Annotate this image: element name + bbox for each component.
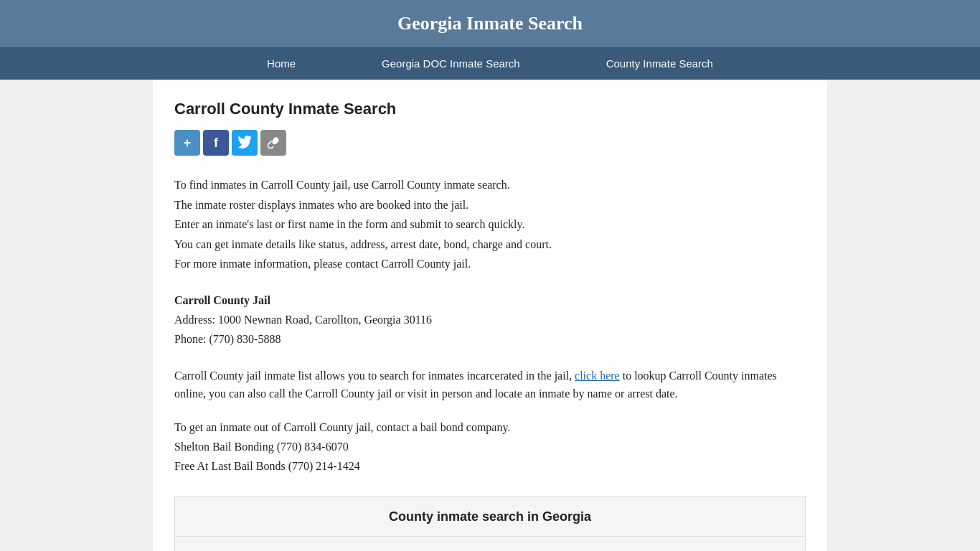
bail-company-1: Shelton Bail Bonding (770) 834-6070 (174, 437, 806, 456)
jail-phone: Phone: (770) 830-5888 (174, 329, 806, 349)
desc-line-3: Enter an inmate's last or first name in … (174, 215, 806, 234)
share-facebook-button[interactable]: f (203, 130, 229, 156)
desc-line-5: For more inmate information, please cont… (174, 255, 806, 273)
nav-doc-search[interactable]: Georgia DOC Inmate Search (339, 47, 563, 80)
desc-line-1: To find inmates in Carroll County jail, … (174, 176, 806, 194)
county-grid: AtkinsonBanksBarrowBartowBen HillBerrien… (175, 547, 805, 551)
jail-address: Address: 1000 Newnan Road, Carollton, Ge… (174, 310, 806, 329)
site-header: Georgia Inmate Search (0, 0, 980, 47)
county-divider (175, 536, 805, 537)
bail-intro: To get an inmate out of Carroll County j… (174, 418, 806, 437)
lookup-before: Carroll County jail inmate list allows y… (174, 369, 572, 382)
main-nav: Home Georgia DOC Inmate Search County In… (0, 47, 980, 80)
bail-company-2: Free At Last Bail Bonds (770) 214-1424 (174, 456, 806, 476)
desc-line-4: You can get inmate details like status, … (174, 235, 806, 254)
lookup-text: Carroll County jail inmate list allows y… (174, 367, 806, 403)
county-section: County inmate search in Georgia Atkinson… (174, 496, 806, 551)
share-buttons: + f (174, 130, 806, 156)
county-section-title: County inmate search in Georgia (175, 496, 805, 536)
county-link[interactable]: Ben Hill (666, 547, 783, 551)
jail-info: Carroll County Jail Address: 1000 Newnan… (174, 291, 806, 349)
county-link[interactable]: Atkinson (197, 547, 314, 551)
county-link[interactable]: Bartow (549, 547, 666, 551)
page-title: Carroll County Inmate Search (174, 100, 806, 118)
site-title: Georgia Inmate Search (14, 13, 966, 34)
content-wrapper: Carroll County Inmate Search + f To find… (0, 80, 980, 551)
nav-county-search[interactable]: County Inmate Search (563, 47, 756, 80)
desc-line-2: The inmate roster displays inmates who a… (174, 196, 806, 215)
main-content: Carroll County Inmate Search + f To find… (153, 80, 827, 551)
share-generic-button[interactable]: + (174, 130, 200, 156)
click-here-link[interactable]: click here (575, 369, 620, 382)
share-twitter-button[interactable] (232, 130, 258, 156)
county-link[interactable]: Banks (314, 547, 432, 551)
share-link-button[interactable] (260, 130, 286, 156)
bail-info: To get an inmate out of Carroll County j… (174, 418, 806, 476)
description-block: To find inmates in Carroll County jail, … (174, 176, 806, 273)
nav-home[interactable]: Home (224, 47, 339, 80)
jail-name: Carroll County Jail (174, 291, 806, 310)
county-link[interactable]: Barrow (431, 547, 549, 551)
